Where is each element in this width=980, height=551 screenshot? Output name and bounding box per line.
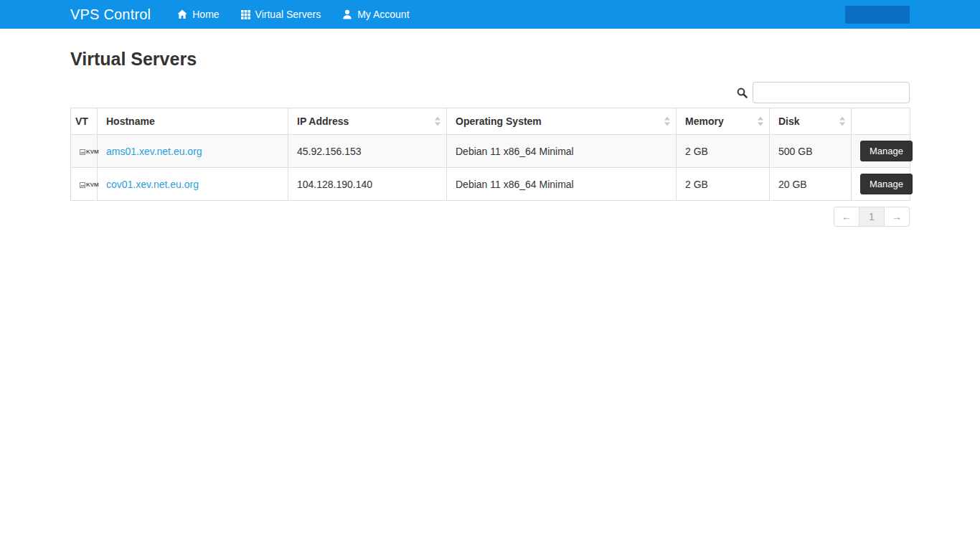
memory-cell: 2 GB <box>677 168 770 201</box>
column-header-operating-system[interactable]: Operating System <box>447 108 677 135</box>
column-header-vt: VT <box>71 108 98 135</box>
disk-cell: 500 GB <box>770 135 852 168</box>
nav-item-label: Virtual Servers <box>255 9 321 20</box>
vt-cell: KVM <box>71 135 98 168</box>
grid-icon <box>241 10 250 19</box>
ip-cell: 104.128.190.140 <box>288 168 447 201</box>
pagination-next-button[interactable]: → <box>884 207 910 227</box>
sort-icon <box>839 117 845 126</box>
vt-cell: KVM <box>71 168 98 201</box>
brand[interactable]: VPS Control <box>70 6 151 23</box>
memory-cell: 2 GB <box>677 135 770 168</box>
pagination-page-1[interactable]: 1 <box>859 207 885 227</box>
manage-button[interactable]: Manage <box>860 174 913 194</box>
disk-cell: 20 GB <box>770 168 852 201</box>
virtual-servers-table: VT Hostname IP Address Operating System <box>70 108 910 201</box>
nav-item-home[interactable]: Home <box>166 0 230 29</box>
page-title: Virtual Servers <box>70 49 910 70</box>
ip-cell: 45.92.156.153 <box>288 135 447 168</box>
pagination-prev-button[interactable]: ← <box>834 207 859 227</box>
os-cell: Debian 11 x86_64 Minimal <box>447 168 677 201</box>
kvm-badge: KVM <box>80 182 99 188</box>
sort-icon <box>758 117 763 126</box>
broken-image-icon <box>80 149 85 155</box>
column-header-actions <box>852 108 910 135</box>
navbar: VPS Control Home Virtual Servers <box>0 0 980 29</box>
search-input[interactable] <box>753 82 910 103</box>
nav-item-virtual-servers[interactable]: Virtual Servers <box>230 0 332 29</box>
hostname-link[interactable]: ams01.xev.net.eu.org <box>106 146 202 157</box>
home-icon <box>177 9 187 19</box>
kvm-badge: KVM <box>80 149 99 155</box>
hostname-link[interactable]: cov01.xev.net.eu.org <box>106 179 199 190</box>
column-header-disk[interactable]: Disk <box>770 108 852 135</box>
table-row: KVM cov01.xev.net.eu.org 104.128.190.140… <box>71 168 910 201</box>
broken-image-icon <box>80 182 85 188</box>
navbar-right-button[interactable] <box>845 6 910 24</box>
column-header-memory[interactable]: Memory <box>677 108 770 135</box>
pagination: ← 1 → <box>70 207 910 227</box>
sort-icon <box>664 117 670 126</box>
hostname-cell: cov01.xev.net.eu.org <box>98 168 288 201</box>
search-row <box>70 82 910 103</box>
column-header-hostname: Hostname <box>98 108 288 135</box>
column-header-ip-address[interactable]: IP Address <box>288 108 447 135</box>
nav-item-label: My Account <box>357 9 409 20</box>
user-icon <box>342 9 352 19</box>
action-cell: Manage <box>852 168 910 201</box>
table-header-row: VT Hostname IP Address Operating System <box>71 108 910 135</box>
nav-item-label: Home <box>192 9 219 20</box>
table-row: KVM ams01.xev.net.eu.org 45.92.156.153 D… <box>71 135 910 168</box>
sort-icon <box>435 117 440 126</box>
search-icon <box>737 88 748 98</box>
os-cell: Debian 11 x86_64 Minimal <box>447 135 677 168</box>
manage-button[interactable]: Manage <box>860 141 913 161</box>
nav-item-my-account[interactable]: My Account <box>331 0 420 29</box>
hostname-cell: ams01.xev.net.eu.org <box>98 135 288 168</box>
action-cell: Manage <box>852 135 910 168</box>
